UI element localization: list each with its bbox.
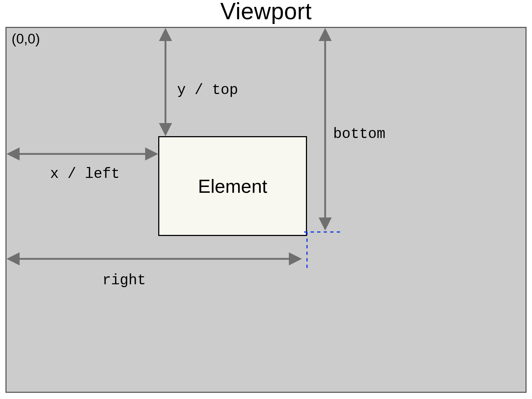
svg-marker-2 xyxy=(159,123,172,136)
diagram-canvas: Viewport (0,0) Element xyxy=(0,0,532,399)
viewport-box: (0,0) Element y / top x / xyxy=(5,27,527,393)
measure-bottom: bottom xyxy=(333,126,385,142)
svg-marker-10 xyxy=(7,252,20,265)
dimension-arrows xyxy=(7,28,525,392)
measure-x-left: x / left xyxy=(50,166,120,182)
diagram-title: Viewport xyxy=(0,0,532,25)
svg-marker-4 xyxy=(7,147,20,160)
measure-right: right xyxy=(102,272,146,289)
svg-marker-11 xyxy=(289,252,302,265)
svg-marker-8 xyxy=(319,217,332,231)
svg-marker-7 xyxy=(319,28,332,41)
svg-marker-5 xyxy=(145,147,158,160)
svg-marker-1 xyxy=(159,28,172,41)
measure-y-top: y / top xyxy=(177,82,238,98)
